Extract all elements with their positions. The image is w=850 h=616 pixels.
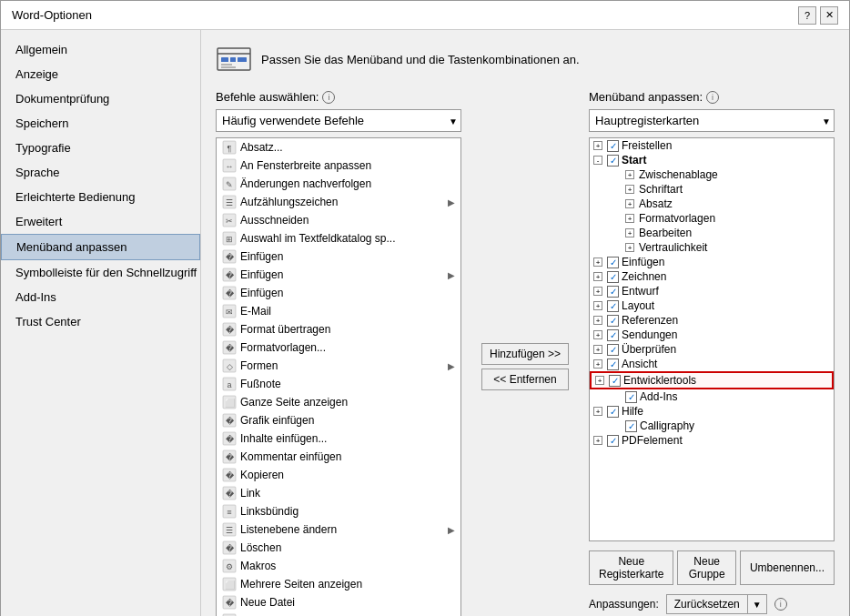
list-item[interactable]: ☰Listenebene ändern▶ — [217, 520, 460, 539]
list-item[interactable]: ⬜Mehrere Seiten anzeigen — [217, 575, 460, 593]
tree-checkbox[interactable] — [607, 406, 619, 418]
tree-item[interactable]: +Zeichnen — [590, 269, 834, 284]
list-item[interactable]: �Löschen — [217, 539, 460, 557]
tree-checkbox[interactable] — [607, 344, 619, 356]
sidebar-item-erweitert[interactable]: Erweitert — [1, 209, 200, 234]
tree-expand-icon[interactable]: + — [593, 272, 602, 281]
tree-checkbox[interactable] — [607, 358, 619, 370]
list-item[interactable]: �Grafik einfügen — [217, 411, 460, 429]
tree-checkbox[interactable] — [607, 300, 619, 312]
list-item[interactable]: ✂Ausschneiden — [217, 211, 460, 229]
sidebar-item-symbolleiste-für-den-schnellzugriff[interactable]: Symbolleiste für den Schnellzugriff — [1, 260, 200, 285]
tree-checkbox[interactable] — [607, 435, 619, 447]
right-info-icon[interactable]: i — [706, 91, 719, 104]
sidebar-item-allgemein[interactable]: Allgemein — [1, 37, 200, 62]
anpassungen-info-icon[interactable]: i — [774, 598, 787, 611]
list-item[interactable]: �Neue Datei — [217, 593, 460, 611]
right-list-scroll[interactable]: +Freistellen-Start+Zwischenablage+Schrif… — [590, 138, 834, 540]
help-button[interactable]: ? — [798, 6, 816, 25]
tree-expand-icon[interactable]: + — [593, 345, 602, 354]
sidebar-item-trust-center[interactable]: Trust Center — [1, 309, 200, 334]
list-item[interactable]: �Format übertragen — [217, 320, 460, 338]
tree-item[interactable]: Calligraphy — [590, 419, 834, 433]
tree-sub-expand[interactable]: + — [625, 170, 634, 179]
remove-button[interactable]: << Entfernen — [481, 369, 569, 390]
list-item[interactable]: ☰Aufzählungszeichen▶ — [217, 193, 460, 211]
tree-expand-icon[interactable]: + — [593, 407, 602, 416]
list-item[interactable]: ≡Linksbündig — [217, 502, 460, 520]
tree-sub-expand[interactable]: + — [625, 199, 634, 208]
tree-item[interactable]: +Absatz — [590, 197, 834, 211]
tree-item[interactable]: Add-Ins — [590, 389, 834, 404]
list-item[interactable]: ⊞Auswahl im Textfeldkatalog sp... — [217, 229, 460, 247]
tree-checkbox[interactable] — [607, 140, 619, 152]
umbenennen-button[interactable]: Umbenennen... — [740, 550, 835, 585]
tree-checkbox[interactable] — [607, 329, 619, 341]
list-item[interactable]: ↔An Fensterbreite anpassen — [217, 157, 460, 175]
tree-sub-expand[interactable]: + — [625, 243, 634, 252]
list-item[interactable]: ◇Formen▶ — [217, 357, 460, 375]
tree-expand-icon[interactable]: + — [593, 436, 602, 445]
tree-expand-icon[interactable]: + — [593, 258, 602, 267]
tree-item[interactable]: +Bearbeiten — [590, 226, 834, 240]
sidebar-item-sprache[interactable]: Sprache — [1, 160, 200, 185]
tree-checkbox[interactable] — [607, 155, 619, 167]
sidebar-item-speichern[interactable]: Speichern — [1, 111, 200, 136]
add-button[interactable]: Hinzufügen >> — [481, 343, 569, 365]
zuruecksetzen-arrow[interactable]: ▼ — [748, 597, 766, 612]
list-item[interactable]: �Formatvorlagen... — [217, 338, 460, 357]
list-item[interactable]: �Einfügen — [217, 284, 460, 302]
tree-item[interactable]: +Entwurf — [590, 284, 834, 298]
tree-expand-icon[interactable]: - — [593, 156, 602, 165]
left-dropdown[interactable]: Häufig verwendete BefehleAlle BefehleMak… — [216, 109, 461, 132]
tree-item[interactable]: +Sendungen — [590, 328, 834, 342]
sidebar-item-erleichterte-bedienung[interactable]: Erleichterte Bedienung — [1, 185, 200, 209]
tree-checkbox[interactable] — [625, 391, 637, 403]
tree-expand-icon[interactable]: + — [593, 301, 602, 310]
list-item[interactable]: �Link — [217, 484, 460, 502]
tree-checkbox[interactable] — [607, 257, 619, 268]
tree-item[interactable]: +Vertraulichkeit — [590, 240, 834, 255]
tree-sub-expand[interactable]: + — [625, 214, 634, 223]
tree-item[interactable]: +Einfügen — [590, 255, 834, 269]
tree-item[interactable]: +Hilfe — [590, 404, 834, 419]
tree-checkbox[interactable] — [607, 315, 619, 327]
left-info-icon[interactable]: i — [322, 91, 335, 104]
sidebar-item-typografie[interactable]: Typografie — [1, 136, 200, 160]
tree-checkbox[interactable] — [625, 420, 637, 432]
neue-registerkarte-button[interactable]: Neue Registerkarte — [589, 550, 673, 585]
tree-item[interactable]: +PDFelement — [590, 433, 834, 448]
list-item[interactable]: ⚙Makros — [217, 557, 460, 575]
list-item[interactable]: ✉E-Mail — [217, 302, 460, 320]
list-item[interactable]: �Einfügen▶ — [217, 266, 460, 284]
sidebar-item-menüband-anpassen[interactable]: Menüband anpassen — [1, 234, 200, 260]
tree-sub-expand[interactable]: + — [625, 228, 634, 237]
list-item[interactable]: aFußnote — [217, 375, 460, 393]
tree-item[interactable]: +Ansicht — [590, 357, 834, 371]
close-button[interactable]: ✕ — [820, 6, 838, 25]
list-item[interactable]: �Einfügen — [217, 247, 460, 266]
list-item[interactable]: �Inhalte einfügen... — [217, 429, 460, 448]
tree-checkbox[interactable] — [607, 271, 619, 283]
tree-item[interactable]: -Start — [590, 153, 834, 167]
list-item[interactable]: ⬜Ganze Seite anzeigen — [217, 393, 460, 411]
tree-expand-icon[interactable]: + — [593, 287, 602, 296]
tree-item[interactable]: +Zwischenablage — [590, 167, 834, 182]
tree-item[interactable]: +Freistellen — [590, 138, 834, 153]
neue-gruppe-button[interactable]: Neue Gruppe — [677, 550, 736, 585]
list-item[interactable]: �Kopieren — [217, 466, 460, 484]
tree-item[interactable]: +Layout — [590, 298, 834, 313]
list-item[interactable]: ¶Absatz... — [217, 138, 460, 157]
list-item[interactable]: ✎Änderungen nachverfolgen — [217, 175, 460, 193]
tree-expand-icon[interactable]: + — [593, 359, 602, 369]
right-dropdown[interactable]: HauptregisterkartenAlle RegisterkartenBe… — [589, 109, 835, 132]
tree-item[interactable]: +Formatvorlagen — [590, 211, 834, 226]
tree-expand-icon[interactable]: + — [593, 316, 602, 325]
zuruecksetzen-dropdown[interactable]: Zurücksetzen ▼ — [666, 594, 767, 614]
tree-item[interactable]: +Schriftart — [590, 182, 834, 197]
sidebar-item-add-ins[interactable]: Add-Ins — [1, 285, 200, 309]
sidebar-item-dokumentprüfung[interactable]: Dokumentprüfung — [1, 86, 200, 111]
tree-item[interactable]: +Referenzen — [590, 313, 834, 328]
tree-expand-icon[interactable]: + — [593, 330, 602, 339]
list-item[interactable]: �Kommentar einfügen — [217, 448, 460, 466]
